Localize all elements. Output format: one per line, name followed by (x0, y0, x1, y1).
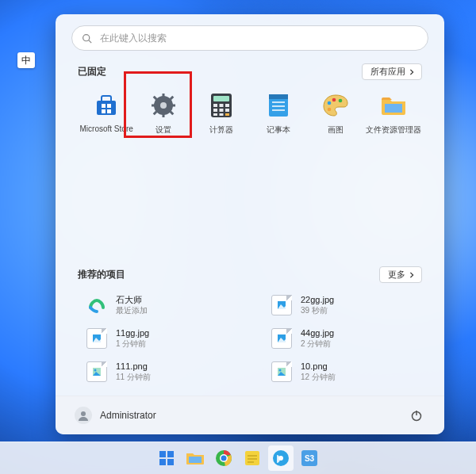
svg-text:S3: S3 (305, 454, 315, 463)
svg-point-67 (278, 456, 283, 461)
app-label: 计算器 (209, 124, 233, 136)
reco-name: 石大师 (116, 295, 148, 305)
taskbar-explorer-button[interactable] (182, 445, 208, 471)
recommended-section: 推荐的项目 更多 石大师 最近添加 (56, 258, 444, 396)
svg-rect-57 (167, 459, 174, 465)
svg-point-46 (94, 369, 97, 372)
reco-item-file[interactable]: 111.png 11 分钟前 (84, 359, 237, 384)
reco-item-app[interactable]: 石大师 最近添加 (84, 292, 237, 318)
all-apps-button[interactable]: 所有应用 (362, 63, 422, 80)
reco-item-file[interactable]: 44gg.jpg 2 分钟前 (269, 326, 422, 351)
svg-rect-11 (163, 113, 165, 117)
calculator-icon (207, 91, 236, 120)
svg-rect-28 (225, 113, 229, 116)
app-label: 文件资源管理器 (366, 124, 421, 136)
svg-rect-4 (102, 104, 106, 108)
svg-rect-56 (159, 459, 166, 465)
power-button[interactable] (408, 407, 425, 424)
chevron-right-icon (409, 69, 415, 75)
settings-icon (149, 91, 178, 120)
jpg-file-icon (271, 294, 293, 316)
reco-item-file[interactable]: 11gg.jpg 1 分钟前 (84, 326, 237, 351)
taskbar: S3 (0, 442, 476, 474)
user-account-button[interactable]: Administrator (75, 407, 156, 424)
app-label: 画图 (328, 124, 344, 136)
svg-rect-19 (213, 96, 229, 101)
svg-point-36 (339, 99, 343, 103)
search-icon (82, 33, 92, 44)
svg-rect-10 (163, 94, 165, 97)
reco-name: 10.png (301, 361, 336, 372)
more-label: 更多 (388, 269, 405, 281)
app-tile-settings[interactable]: 设置 (136, 86, 191, 136)
svg-rect-7 (107, 109, 111, 113)
windows-logo-icon (158, 449, 175, 467)
reco-sub: 2 分钟前 (301, 339, 334, 349)
app-tile-msstore[interactable]: Microsoft Store (79, 86, 134, 136)
jpg-file-icon (86, 327, 108, 350)
reco-item-file[interactable]: 10.png 12 分钟前 (269, 359, 422, 384)
power-icon (410, 409, 423, 422)
reco-sub: 12 分钟前 (301, 373, 336, 382)
ime-indicator-label: 中 (21, 54, 31, 67)
all-apps-label: 所有应用 (370, 66, 405, 78)
app-tile-paint[interactable]: 画图 (308, 86, 363, 136)
reco-item-file[interactable]: 22gg.jpg 39 秒前 (269, 292, 422, 318)
jpg-file-icon (271, 327, 293, 350)
chrome-icon (215, 449, 232, 467)
taskbar-s3-button[interactable]: S3 (297, 445, 322, 471)
more-button[interactable]: 更多 (379, 266, 422, 283)
svg-point-9 (160, 102, 167, 109)
msstore-icon (92, 91, 121, 120)
user-name-label: Administrator (100, 410, 156, 421)
svg-rect-20 (213, 104, 217, 107)
svg-rect-13 (171, 105, 175, 107)
app-label: 设置 (155, 124, 171, 136)
search-row (56, 14, 444, 55)
svg-point-61 (221, 456, 227, 461)
app-tile-calculator[interactable]: 计算器 (194, 86, 249, 136)
taskbar-browser2-button[interactable] (268, 445, 294, 471)
taskbar-chrome-button[interactable] (211, 445, 236, 471)
reco-sub: 最近添加 (116, 306, 148, 315)
svg-rect-12 (152, 105, 155, 107)
notepad-icon (264, 91, 293, 120)
pinned-grid: Microsoft Store 设置 (78, 86, 422, 136)
recommended-title: 推荐的项目 (78, 268, 125, 281)
svg-rect-23 (213, 109, 217, 112)
start-menu-spacer (56, 136, 444, 258)
taskbar-notes-button[interactable] (240, 445, 265, 471)
folder-icon (186, 450, 205, 466)
svg-rect-22 (225, 104, 229, 107)
svg-rect-26 (213, 113, 217, 116)
search-box[interactable] (71, 25, 428, 51)
browser-globe-icon (272, 449, 290, 467)
svg-point-49 (279, 369, 282, 372)
taskbar-start-button[interactable] (154, 445, 179, 471)
svg-rect-54 (159, 451, 166, 457)
reco-sub: 1 分钟前 (116, 339, 149, 349)
reco-name: 111.png (116, 361, 151, 372)
reco-sub: 11 分钟前 (116, 373, 151, 382)
svg-line-1 (89, 40, 91, 42)
app-label: 记事本 (267, 124, 290, 136)
paint-icon (321, 91, 350, 120)
start-menu: 已固定 所有应用 Microsoft Store (56, 14, 444, 434)
reco-name: 11gg.jpg (116, 328, 149, 338)
pinned-section: 已固定 所有应用 Microsoft Store (56, 55, 444, 136)
png-file-icon (86, 361, 108, 383)
start-menu-footer: Administrator (56, 396, 444, 434)
reco-name: 44gg.jpg (301, 328, 334, 338)
svg-rect-58 (189, 457, 202, 463)
app-thumb-icon (86, 294, 108, 316)
app-tile-explorer[interactable]: 文件资源管理器 (366, 86, 421, 136)
svg-rect-62 (245, 451, 259, 465)
search-input[interactable] (98, 32, 418, 44)
app-tile-notepad[interactable]: 记事本 (251, 86, 306, 136)
s3-app-icon: S3 (301, 449, 318, 467)
folder-icon (379, 91, 408, 120)
svg-point-51 (81, 411, 86, 416)
ime-indicator[interactable]: 中 (17, 52, 35, 68)
pinned-title: 已固定 (78, 65, 106, 78)
svg-rect-21 (219, 104, 223, 107)
